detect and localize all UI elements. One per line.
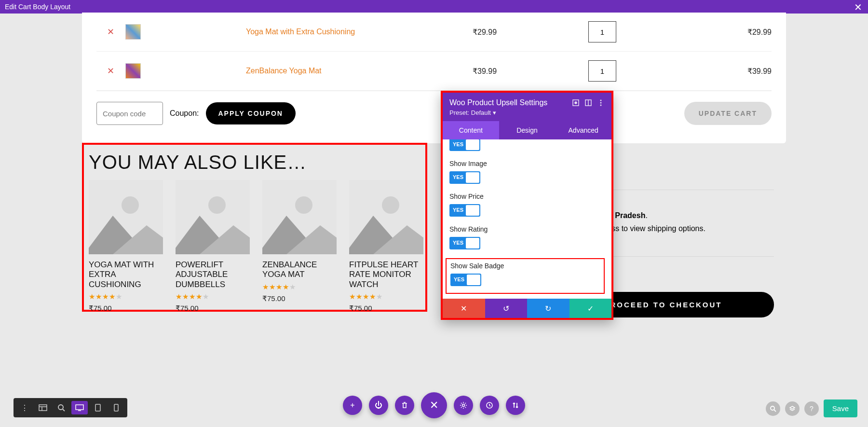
close-builder-button[interactable]: ✕ <box>421 392 447 418</box>
tab-design[interactable]: Design <box>499 121 556 139</box>
svg-point-18 <box>771 406 774 410</box>
quantity-input[interactable] <box>588 21 616 42</box>
upsell-item[interactable]: FitPulse Heart Rate Monitor Watch ★★★★★ … <box>349 180 423 313</box>
upsell-item-name: PowerLift Adjustable Dumbbells <box>176 260 250 289</box>
close-editor-button[interactable]: ✕ <box>854 1 862 13</box>
redo-button[interactable]: ↻ <box>527 299 570 318</box>
upsell-grid: Yoga Mat with Extra Cushioning ★★★★★ ₹75… <box>89 180 420 313</box>
remove-item-button[interactable]: ✕ <box>96 27 125 37</box>
coupon-code-input[interactable] <box>96 102 163 125</box>
setting-show-sale-badge: Show Sale Badge YES <box>446 258 605 294</box>
toggle-partial[interactable]: YES <box>449 139 480 151</box>
gear-icon[interactable] <box>454 396 473 415</box>
setting-show-image: Show Image YES <box>449 160 605 186</box>
undo-button[interactable]: ↺ <box>485 299 528 318</box>
upsell-item-name: ZenBalance Yoga Mat <box>262 260 337 280</box>
preset-dropdown[interactable]: Preset: Default ▾ <box>449 109 605 116</box>
settings-tabs: Content Design Advanced <box>443 121 611 139</box>
tablet-view-icon[interactable] <box>90 401 106 414</box>
history-icon[interactable] <box>480 396 499 415</box>
power-icon[interactable]: ⏻ <box>369 396 388 415</box>
help-icon[interactable]: ? <box>804 401 819 416</box>
upsell-item[interactable]: PowerLift Adjustable Dumbbells ★★★★★ ₹75… <box>176 180 250 313</box>
upsell-item-price: ₹75.00 <box>176 304 250 313</box>
swap-icon[interactable] <box>506 396 525 415</box>
tab-advanced[interactable]: Advanced <box>555 121 611 139</box>
expand-icon[interactable] <box>572 99 580 107</box>
rating-stars-icon: ★★★★★ <box>176 292 250 301</box>
save-button[interactable]: Save <box>824 399 857 417</box>
trash-icon[interactable] <box>395 396 414 415</box>
upsell-item[interactable]: ZenBalance Yoga Mat ★★★★★ ₹75.00 <box>262 180 337 313</box>
cart-card: ✕ Yoga Mat with Extra Cushioning ₹29.99 … <box>82 13 786 143</box>
toggle-show-sale-badge[interactable]: YES <box>450 274 481 286</box>
coupon-label: Coupon: <box>170 109 199 118</box>
toggle-show-price[interactable]: YES <box>449 204 480 217</box>
more-icon[interactable]: ⋮ <box>16 401 33 414</box>
svg-point-1 <box>575 102 577 104</box>
toggle-show-rating[interactable]: YES <box>449 237 480 249</box>
product-price: ₹29.99 <box>473 28 588 37</box>
cart-row: ✕ Yoga Mat with Extra Cushioning ₹29.99 … <box>96 13 772 52</box>
placeholder-image-icon <box>262 180 337 254</box>
upsell-item-price: ₹75.00 <box>89 304 163 313</box>
upsell-heading: You may also like… <box>89 152 420 173</box>
svg-line-11 <box>63 409 65 411</box>
help-save-bar: ? Save <box>766 399 857 417</box>
upsell-item[interactable]: Yoga Mat with Extra Cushioning ★★★★★ ₹75… <box>89 180 163 313</box>
layers-icon[interactable] <box>785 401 800 416</box>
setting-show-rating: Show Rating YES <box>449 225 605 251</box>
columns-icon[interactable] <box>584 99 592 107</box>
desktop-view-icon[interactable] <box>71 401 88 414</box>
quantity-input[interactable] <box>588 60 616 82</box>
upsell-section: You may also like… Yoga Mat with Extra C… <box>82 143 427 312</box>
product-name-link[interactable]: Yoga Mat with Extra Cushioning <box>246 28 473 36</box>
zoom-icon[interactable] <box>53 401 69 414</box>
setting-label: Show Rating <box>449 225 605 233</box>
search-icon[interactable] <box>766 401 780 416</box>
discard-button[interactable]: ✕ <box>443 299 485 318</box>
settings-title: Woo Product Upsell Settings <box>449 98 567 107</box>
settings-header[interactable]: Woo Product Upsell Settings Preset: Defa… <box>443 93 611 121</box>
svg-line-19 <box>774 410 776 412</box>
editor-top-bar: Edit Cart Body Layout ✕ <box>0 0 868 14</box>
apply-coupon-button[interactable]: APPLY COUPON <box>206 102 296 124</box>
more-icon[interactable] <box>597 99 605 107</box>
upsell-item-name: Yoga Mat with Extra Cushioning <box>89 260 163 289</box>
settings-body: YES Show Image YES Show Price YES Show R… <box>443 139 611 299</box>
placeholder-image-icon <box>349 180 423 254</box>
setting-label: Show Price <box>449 193 605 200</box>
rating-stars-icon: ★★★★★ <box>262 283 337 291</box>
svg-rect-15 <box>114 404 118 411</box>
product-subtotal: ₹39.99 <box>694 67 772 76</box>
svg-rect-12 <box>76 405 83 410</box>
remove-item-button[interactable]: ✕ <box>96 66 125 76</box>
add-module-button[interactable]: + <box>343 396 362 415</box>
setting-label: Show Sale Badge <box>450 262 600 270</box>
rating-stars-icon: ★★★★★ <box>89 292 163 301</box>
tab-content[interactable]: Content <box>443 121 499 139</box>
upsell-item-name: FitPulse Heart Rate Monitor Watch <box>349 260 423 289</box>
viewport-toolbar: ⋮ <box>14 398 127 417</box>
svg-point-16 <box>462 404 465 407</box>
setting-show-price: Show Price YES <box>449 193 605 219</box>
upsell-item-price: ₹75.00 <box>262 294 337 303</box>
product-subtotal: ₹29.99 <box>694 28 772 37</box>
rating-stars-icon: ★★★★★ <box>349 292 423 301</box>
toggle-show-image[interactable]: YES <box>449 171 480 184</box>
cart-row: ✕ ZenBalance Yoga Mat ₹39.99 ₹39.99 <box>96 52 772 91</box>
builder-action-bar: + ⏻ ✕ <box>343 392 525 418</box>
placeholder-image-icon <box>176 180 250 254</box>
editor-title: Edit Cart Body Layout <box>5 3 70 11</box>
mobile-view-icon[interactable] <box>108 401 124 414</box>
svg-point-5 <box>600 102 602 104</box>
settings-action-bar: ✕ ↺ ↻ ✓ <box>443 299 611 318</box>
product-thumbnail <box>125 24 246 40</box>
update-cart-button[interactable]: UPDATE CART <box>684 102 772 125</box>
product-name-link[interactable]: ZenBalance Yoga Mat <box>246 67 473 75</box>
svg-point-6 <box>600 105 602 106</box>
svg-point-10 <box>58 405 63 410</box>
svg-rect-14 <box>95 404 100 411</box>
confirm-button[interactable]: ✓ <box>570 299 612 318</box>
wireframe-icon[interactable] <box>35 401 51 414</box>
